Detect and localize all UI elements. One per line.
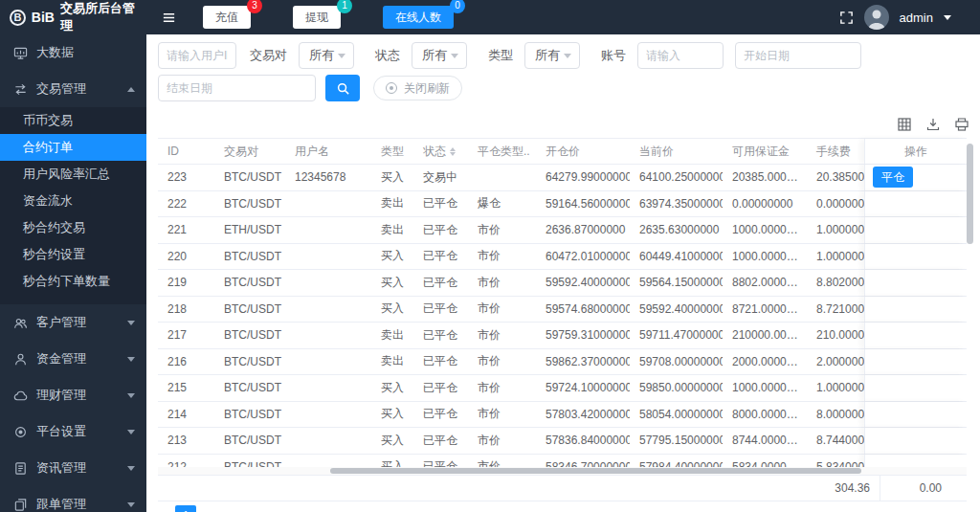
cell-close-type: 市价 xyxy=(468,275,536,291)
end-date-input[interactable] xyxy=(158,75,316,101)
sidebar-subitem-user-risk-summary[interactable]: 用户风险率汇总 xyxy=(0,161,146,188)
export-download-icon[interactable] xyxy=(925,117,941,132)
cell-close-type: 市价 xyxy=(468,353,536,369)
cell-type: 买入 xyxy=(371,380,413,396)
app-header: B BiB 交易所后台管理 充值 3 提现 1 在线人数 0 admin xyxy=(0,0,980,34)
summary-last-total: 0.00 xyxy=(880,476,967,501)
pagination-page-current[interactable]: 1 xyxy=(175,505,196,512)
chevron-down-icon xyxy=(127,430,135,434)
sidebar-subitem-second-contract-settings[interactable]: 秒合约设置 xyxy=(0,241,146,268)
collapse-sidebar-icon[interactable] xyxy=(162,11,176,25)
cell-id: 217 xyxy=(158,328,214,342)
fullscreen-icon[interactable] xyxy=(839,11,854,25)
cell-current-price: 58054.00000000 xyxy=(630,408,723,421)
sidebar-group-copy-trade-management[interactable]: 跟单管理 xyxy=(0,486,146,512)
table-body: 223 BTC/USDT 12345678 买入 交易中 64279.99000… xyxy=(158,165,973,467)
sidebar-group-fund-management[interactable]: 资金管理 xyxy=(0,341,146,377)
cell-margin: 8744.00000000 xyxy=(723,434,809,447)
cell-status: 已平仓 xyxy=(413,195,468,211)
cell-action xyxy=(864,191,967,217)
search-button[interactable] xyxy=(325,75,360,101)
cell-type: 买入 xyxy=(371,406,413,422)
cell-current-price: 59564.15000000 xyxy=(630,276,723,289)
recharge-button[interactable]: 充值 3 xyxy=(203,6,251,29)
online-users-button[interactable]: 在线人数 0 xyxy=(383,6,454,29)
start-date-input[interactable] xyxy=(735,42,861,69)
username[interactable]: admin xyxy=(900,11,933,25)
cell-type: 卖出 xyxy=(371,327,413,344)
avatar[interactable] xyxy=(864,5,889,30)
cell-current-price: 59708.00000000 xyxy=(630,355,723,368)
sidebar-subitem-fund-flow[interactable]: 资金流水 xyxy=(0,188,146,214)
sidebar-subitem-second-contract-order-count[interactable]: 秒合约下单数量 xyxy=(0,268,146,295)
logo-icon: B xyxy=(10,10,26,26)
cell-pair: BTC/USDT xyxy=(214,381,285,394)
account-input[interactable] xyxy=(637,42,724,69)
print-icon[interactable] xyxy=(954,117,969,132)
refresh-toggle[interactable]: 关闭刷新 xyxy=(373,76,462,100)
cell-fee: 0.00000000 xyxy=(809,197,864,211)
type-label: 类型 xyxy=(488,47,513,64)
main-content: 交易对 所有 状态 所有 类型 所有 账号 xyxy=(146,34,980,512)
vertical-scrollbar-thumb[interactable] xyxy=(967,144,973,244)
cell-margin: 5834.00000000 xyxy=(723,460,809,467)
sidebar-group-label: 客户管理 xyxy=(36,314,86,331)
column-header-close-type-label: 平仓类型.. xyxy=(478,144,530,160)
cell-id: 216 xyxy=(158,355,214,368)
withdraw-label: 提现 xyxy=(305,11,328,24)
status-select[interactable]: 所有 xyxy=(412,42,467,69)
column-header-close-type[interactable]: 平仓类型.. xyxy=(468,139,536,164)
sidebar-group-platform-settings[interactable]: 平台设置 xyxy=(0,413,146,450)
status-select-value: 所有 xyxy=(422,47,447,64)
sidebar-subitem-coin-trade[interactable]: 币币交易 xyxy=(0,107,146,134)
column-header-status-label: 状态 xyxy=(423,144,446,160)
pair-label: 交易对 xyxy=(250,47,287,64)
withdraw-button[interactable]: 提现 1 xyxy=(293,6,341,29)
cell-status: 已平仓 xyxy=(413,301,468,317)
table-row: 215 BTC/USDT 买入 已平仓 市价 59724.10000000 59… xyxy=(158,375,967,402)
grid-icon[interactable] xyxy=(897,117,912,132)
cell-current-price: 63974.35000000 xyxy=(630,197,723,211)
search-icon xyxy=(336,81,350,96)
column-header-current-price: 当前价 xyxy=(630,139,723,164)
cell-open-price: 59574.68000000 xyxy=(536,302,630,316)
table-row: 212 BTC/USDT 买入 已平仓 市价 58346.70000000 57… xyxy=(158,455,967,468)
cell-pair: BTC/USDT xyxy=(214,170,285,184)
sidebar-group-wealth-management[interactable]: 理财管理 xyxy=(0,377,146,413)
pair-select-value: 所有 xyxy=(309,47,334,64)
close-position-button[interactable]: 平仓 xyxy=(873,167,913,188)
sidebar-subitem-second-contract-trade[interactable]: 秒合约交易 xyxy=(0,214,146,241)
table-row: 223 BTC/USDT 12345678 买入 交易中 64279.99000… xyxy=(158,165,967,191)
horizontal-scrollbar-thumb[interactable] xyxy=(330,468,861,474)
table-row: 217 BTC/USDT 卖出 已平仓 市价 59759.31000000 59… xyxy=(158,323,967,349)
cell-open-price: 57803.42000000 xyxy=(536,408,630,421)
cell-username: 12345678 xyxy=(285,170,371,184)
type-select[interactable]: 所有 xyxy=(524,42,580,69)
cell-id: 220 xyxy=(158,250,214,263)
sort-icon[interactable] xyxy=(450,147,456,156)
column-header-margin: 可用保证金 xyxy=(723,139,809,164)
sidebar-group-trade-management[interactable]: 交易管理 xyxy=(0,71,146,107)
user-dropdown-caret-icon[interactable] xyxy=(944,15,951,20)
cell-fee: 210.00000000 xyxy=(809,328,864,342)
cell-status: 已平仓 xyxy=(413,380,468,396)
pair-select[interactable]: 所有 xyxy=(299,42,354,69)
status-label: 状态 xyxy=(375,47,400,64)
cell-pair: ETH/USDT xyxy=(214,223,285,236)
header-right: admin xyxy=(839,5,980,30)
chevron-down-icon xyxy=(338,54,345,58)
sidebar-group-customer-management[interactable]: 客户管理 xyxy=(0,304,146,341)
cell-type: 买入 xyxy=(371,301,413,317)
sidebar-group-news-management[interactable]: 资讯管理 xyxy=(0,450,146,486)
column-header-id: ID xyxy=(158,139,214,164)
user-id-input[interactable] xyxy=(158,42,236,69)
column-header-status[interactable]: 状态 xyxy=(413,139,468,164)
sidebar-item-big-data[interactable]: 大数据 xyxy=(0,34,146,71)
sidebar-subitem-contract-orders[interactable]: 合约订单 xyxy=(0,134,146,161)
app-title: 交易所后台管理 xyxy=(60,0,146,34)
cell-action xyxy=(864,323,967,348)
cell-pair: BTC/USDT xyxy=(214,328,285,342)
cell-status: 已平仓 xyxy=(413,327,468,344)
cell-action xyxy=(864,349,967,375)
cell-pair: BTC/USDT xyxy=(214,250,285,263)
